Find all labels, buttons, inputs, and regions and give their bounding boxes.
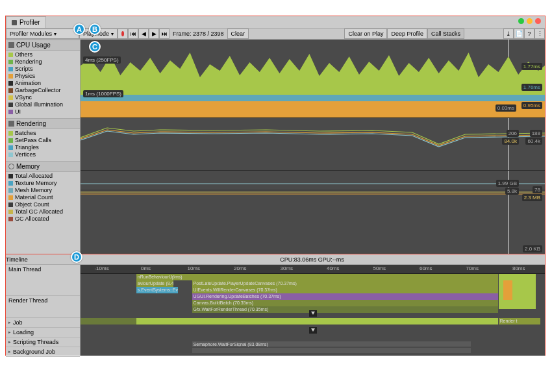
traffic-red[interactable] [535,18,541,24]
badge-b: B [89,23,101,35]
bar-behaviourupdate[interactable]: aviourUpdate (8.44 [136,280,173,287]
mem-r3: 2.3 MB [522,194,542,201]
load-icon[interactable]: 📄 [514,29,524,39]
frame-next-button[interactable]: ▶ [149,29,159,39]
frame-prev-button[interactable]: ◀ [138,29,149,39]
bar-semaphore2[interactable] [192,348,471,353]
help-icon[interactable]: ? [524,29,534,39]
legend-item[interactable]: VSync [8,94,77,101]
bar-waitrender[interactable]: Gfx.WaitForRenderThread (70.35ms) [192,306,499,313]
cpu-readout-1: 1.77ms [521,63,542,70]
bar-uievents[interactable]: UIEvents.WillRenderCanvases (70.37ms) [192,287,499,293]
tab-row: Profiler [6,16,545,28]
legend-item[interactable]: Total GC Allocated [8,208,77,215]
frame-last-button[interactable]: ⏭ [159,29,169,39]
legend-swatch [8,103,13,107]
legend-swatch [8,131,13,136]
legend-item[interactable]: Total Allocated [8,173,77,180]
legend-label: VSync [15,94,32,101]
legend-item[interactable]: Texture Memory [8,180,77,187]
legend-label: Mesh Memory [15,187,52,194]
legend-item[interactable]: Scripts [8,66,77,73]
lane-scripting[interactable]: ▸Scripting Threads [6,337,80,347]
bar-runbehaviour[interactable]: nRunBehaviourUpd [136,274,173,280]
rendering-icon [8,121,14,127]
legend-item[interactable]: Rendering [8,58,77,66]
modules-sidebar: CPU Usage OthersRenderingScriptsPhysicsA… [6,40,81,254]
legend-item[interactable]: Animation [8,80,77,87]
save-icon[interactable]: ⤓ [503,29,514,39]
module-header-cpu[interactable]: CPU Usage [6,40,80,51]
charts-area[interactable]: 4ms (250FPS) 1ms (1000FPS) 1.77ms 1.76ms… [81,40,545,254]
timeline-view-dropdown[interactable]: Timeline [6,256,79,263]
cpu-axis-bot: 1ms (1000FPS) [83,90,123,97]
mem-r2: 5.8k [505,188,519,195]
bar-render-pre[interactable] [81,318,136,325]
legend-item[interactable]: Physics [8,73,77,80]
traffic-green[interactable] [518,18,524,24]
lane-loading[interactable]: ▸Loading [6,328,80,337]
timeline-tracks[interactable]: -10ms0ms10ms20ms30ms40ms50ms60ms70ms80ms… [81,265,545,356]
clear-button[interactable]: Clear [227,29,249,39]
tab-profiler[interactable]: Profiler [6,16,46,28]
legend-item[interactable]: Object Count [8,201,77,208]
deep-profile-button[interactable]: Deep Profile [387,29,427,39]
legend-item[interactable]: Global Illumination [8,101,77,108]
cpu-readout-2: 1.76ms [521,84,542,91]
legend-swatch [8,67,13,71]
bar-ugui[interactable]: UGUI.Rendering.UpdateBatches (70.37ms) [192,293,499,300]
legend-label: Animation [15,80,41,87]
legend-label: Rendering [15,58,42,66]
rend-r1b: 188 [530,130,542,137]
profiler-modules-dropdown[interactable]: Profiler Modules [6,29,79,39]
legend-swatch [8,88,13,93]
profiler-body: CPU Usage OthersRenderingScriptsPhysicsA… [6,40,545,254]
badge-a: A [73,23,85,35]
lane-job[interactable]: ▸Job [6,318,80,328]
bar-tail2[interactable] [503,280,512,300]
expand-marker-1[interactable] [309,310,317,317]
legend-item[interactable]: GarbageCollector [8,87,77,94]
bar-playerloop[interactable]: PlayerLoop (83.05ms) [136,274,499,280]
bar-postlate[interactable]: PostLateUpdate.PlayerUpdateCanvases (70.… [192,280,499,287]
legend-item[interactable]: UI [8,108,77,116]
module-header-rendering[interactable]: Rendering [6,118,80,129]
memory-icon [8,164,14,169]
lane-background[interactable]: ▸Background Job [6,347,80,357]
bar-semaphore[interactable]: Semaphore.WaitForSignal (83.08ms) [192,341,471,347]
legend-swatch [8,181,13,186]
clear-on-play-button[interactable]: Clear on Play [344,29,387,39]
legend-item[interactable]: Material Count [8,194,77,201]
legend-item[interactable]: Others [8,51,77,58]
expand-marker-2[interactable] [309,327,317,334]
legend-item[interactable]: GC Allocated [8,215,77,223]
lane-main-thread[interactable]: Main Thread [6,265,80,296]
legend-item[interactable]: Batches [8,130,77,137]
bar-render-tail[interactable]: Render t [499,318,540,325]
legend-item[interactable]: SetPass Calls [8,137,77,144]
memory-chart[interactable]: 1.99 GB 5.8k 78 2.3 MB 2.0 KB [81,171,545,254]
frame-first-button[interactable]: ⏮ [128,29,138,39]
traffic-yellow[interactable] [527,18,533,24]
cpu-chart[interactable]: 4ms (250FPS) 1ms (1000FPS) 1.77ms 1.76ms… [81,40,545,117]
window-traffic-lights [518,18,541,24]
rendering-chart[interactable]: 206 188 84.0k 60.4k [81,118,545,170]
bar-eventsystems[interactable]: s.EventSystems::Ev [136,287,178,293]
bar-render-main[interactable] [136,318,499,325]
context-menu-icon[interactable]: ⋮ [534,29,545,39]
ruler-tick: 70ms [466,265,479,271]
lane-render-thread[interactable]: Render Thread [6,296,80,318]
module-header-memory[interactable]: Memory [6,161,80,172]
record-button[interactable] [118,29,128,39]
legend-item[interactable]: Mesh Memory [8,187,77,194]
legend-label: GarbageCollector [15,87,61,94]
ruler-tick: 30ms [280,265,293,271]
rendering-legend: BatchesSetPass CallsTrianglesVertices [6,129,80,161]
legend-item[interactable]: Triangles [8,144,77,151]
bar-buildbatch[interactable]: Canvas.BuildBatch (70.35ms) [192,300,499,306]
timeline-ruler: -10ms0ms10ms20ms30ms40ms50ms60ms70ms80ms [81,265,545,274]
legend-item[interactable]: Vertices [8,151,77,158]
legend-swatch [8,174,13,178]
call-stacks-button[interactable]: Call Stacks [427,29,464,39]
legend-swatch [8,217,13,221]
